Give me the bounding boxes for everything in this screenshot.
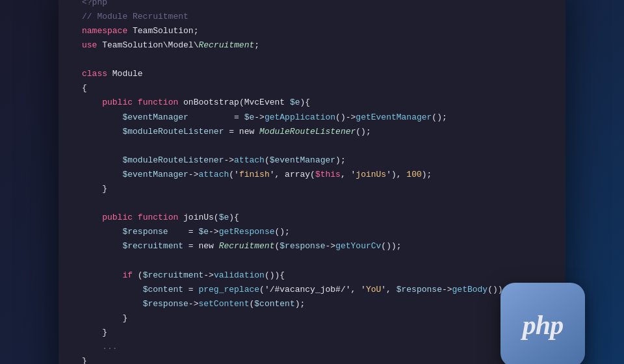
code-line: $moduleRouteListener = new ModuleRouteLi… bbox=[82, 125, 542, 139]
code-line: $response->setContent($content); bbox=[82, 297, 542, 311]
code-line: } bbox=[82, 311, 542, 326]
code-line: $response = $e->getResponse(); bbox=[82, 225, 542, 239]
code-line: $recruitment = new Recruitment($response… bbox=[82, 239, 542, 254]
code-line: // Module Recruitment bbox=[82, 10, 542, 24]
code-line bbox=[82, 196, 542, 211]
code-line: $content = preg_replace('/#vacancy_job#/… bbox=[82, 283, 542, 297]
code-block: <?php// Module Recruitmentnamespace Team… bbox=[82, 0, 542, 364]
code-line: public function onBootstrap(MvcEvent $e)… bbox=[82, 96, 542, 110]
code-line: if ($recruitment->validation()){ bbox=[82, 268, 542, 283]
code-line: <?php bbox=[82, 0, 542, 10]
code-card: <?php// Module Recruitmentnamespace Team… bbox=[58, 0, 566, 364]
code-line: namespace TeamSolution; bbox=[82, 24, 542, 38]
code-line: class Module bbox=[82, 67, 542, 81]
code-line: public function joinUs($e){ bbox=[82, 211, 542, 225]
code-line: $moduleRouteListener->attach($eventManag… bbox=[82, 153, 542, 168]
code-line bbox=[82, 139, 542, 153]
code-line bbox=[82, 254, 542, 268]
code-line: $eventManager = $e->getApplication()->ge… bbox=[82, 110, 542, 125]
code-line: { bbox=[82, 81, 542, 96]
php-badge-text: php bbox=[523, 309, 563, 341]
code-line: ... bbox=[82, 340, 542, 354]
code-line: } bbox=[82, 354, 542, 364]
php-badge: php bbox=[500, 283, 585, 364]
code-line: use TeamSolution\Model\Recruitment; bbox=[82, 38, 542, 53]
main-container: <?php// Module Recruitmentnamespace Team… bbox=[0, 0, 624, 364]
code-line: } bbox=[82, 182, 542, 196]
code-line bbox=[82, 53, 542, 67]
code-line: $eventManager->attach('finish', array($t… bbox=[82, 168, 542, 182]
code-line: } bbox=[82, 326, 542, 340]
